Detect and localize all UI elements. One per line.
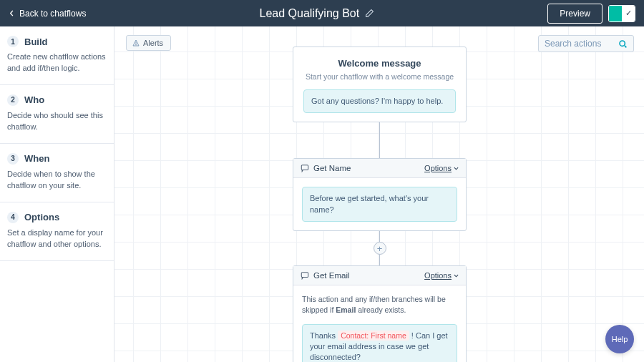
- card-body: Before we get started, what's your name?: [293, 178, 466, 230]
- connector: [379, 255, 380, 265]
- main: 1 Build Create new chatflow actions and …: [0, 26, 644, 362]
- pencil-icon[interactable]: [365, 9, 374, 18]
- sidebar-step-build[interactable]: 1 Build Create new chatflow actions and …: [0, 26, 114, 85]
- page-title: Lead Qualifying Bot: [260, 7, 360, 20]
- step-number: 3: [7, 153, 19, 165]
- sidebar-step-options[interactable]: 4 Options Set a display name for your ch…: [0, 202, 114, 261]
- card-title: Get Name: [313, 164, 420, 172]
- card-title: Get Email: [313, 271, 420, 280]
- publish-toggle[interactable]: ✓: [608, 5, 635, 22]
- flow-column: Welcome message Start your chatflow with…: [293, 47, 467, 362]
- alerts-label: Alerts: [143, 39, 163, 47]
- sidebar: 1 Build Create new chatflow actions and …: [0, 26, 114, 362]
- card-header: Get Email Options: [293, 266, 466, 285]
- preview-button[interactable]: Preview: [547, 4, 602, 24]
- warning-icon: [132, 39, 140, 47]
- step-number: 2: [7, 94, 19, 106]
- chevron-left-icon: [9, 10, 15, 16]
- search-icon: [618, 39, 628, 49]
- search-actions[interactable]: [538, 35, 634, 52]
- sidebar-step-when[interactable]: 3 When Decide when to show the chatflow …: [0, 144, 114, 202]
- welcome-card[interactable]: Welcome message Start your chatflow with…: [293, 47, 467, 122]
- title-wrap: Lead Qualifying Bot: [86, 7, 547, 20]
- step-desc: Create new chatflow actions and add if/t…: [7, 52, 107, 74]
- connector: [379, 231, 380, 242]
- options-link[interactable]: Options: [424, 164, 459, 172]
- back-label: Back to chatflows: [19, 9, 86, 19]
- search-input[interactable]: [545, 39, 618, 49]
- step-title: Who: [24, 94, 44, 105]
- svg-point-1: [620, 41, 625, 46]
- token-first-name[interactable]: Contact: First name: [338, 331, 409, 341]
- back-link[interactable]: Back to chatflows: [9, 9, 86, 19]
- welcome-title: Welcome message: [303, 58, 456, 69]
- chat-icon: [301, 164, 309, 172]
- get-email-card[interactable]: Get Email Options This action and any if…: [293, 265, 467, 362]
- toggle-off-check: ✓: [622, 6, 635, 21]
- skip-note: This action and any if/then branches wil…: [302, 294, 457, 315]
- toggle-on: [609, 6, 622, 21]
- help-button[interactable]: Help: [605, 325, 634, 353]
- step-title: Options: [24, 212, 59, 222]
- chat-icon: [301, 271, 309, 280]
- card-header: Get Name Options: [293, 159, 466, 178]
- svg-rect-2: [301, 165, 308, 170]
- step-number: 4: [7, 212, 19, 223]
- add-step-button[interactable]: +: [374, 242, 386, 255]
- step-desc: Set a display name for your chatflow and…: [7, 228, 107, 250]
- step-desc: Decide when to show the chatflow on your…: [7, 169, 107, 192]
- options-link[interactable]: Options: [424, 271, 459, 280]
- card-body: This action and any if/then branches wil…: [293, 285, 466, 362]
- alerts-button[interactable]: Alerts: [126, 35, 171, 51]
- chevron-down-icon: [454, 273, 459, 278]
- get-email-bubble: Thanks Contact: First name ! Can I get y…: [302, 324, 457, 362]
- chevron-down-icon: [454, 166, 459, 171]
- connector: [379, 122, 380, 158]
- step-title: Build: [24, 36, 48, 47]
- step-desc: Decide who should see this chatflow.: [7, 110, 107, 133]
- get-name-bubble: Before we get started, what's your name?: [302, 187, 457, 222]
- welcome-bubble: Got any questions? I'm happy to help.: [303, 89, 456, 113]
- welcome-subtitle: Start your chatflow with a welcome messa…: [303, 72, 456, 81]
- sidebar-step-who[interactable]: 2 Who Decide who should see this chatflo…: [0, 85, 114, 144]
- svg-point-0: [136, 44, 137, 45]
- step-title: When: [24, 153, 49, 164]
- get-name-card[interactable]: Get Name Options Before we get started, …: [293, 158, 467, 231]
- canvas[interactable]: Alerts Welcome message Start your chatfl…: [114, 26, 644, 362]
- step-number: 1: [7, 36, 19, 47]
- svg-rect-3: [301, 273, 308, 278]
- top-bar: Back to chatflows Lead Qualifying Bot Pr…: [0, 0, 644, 26]
